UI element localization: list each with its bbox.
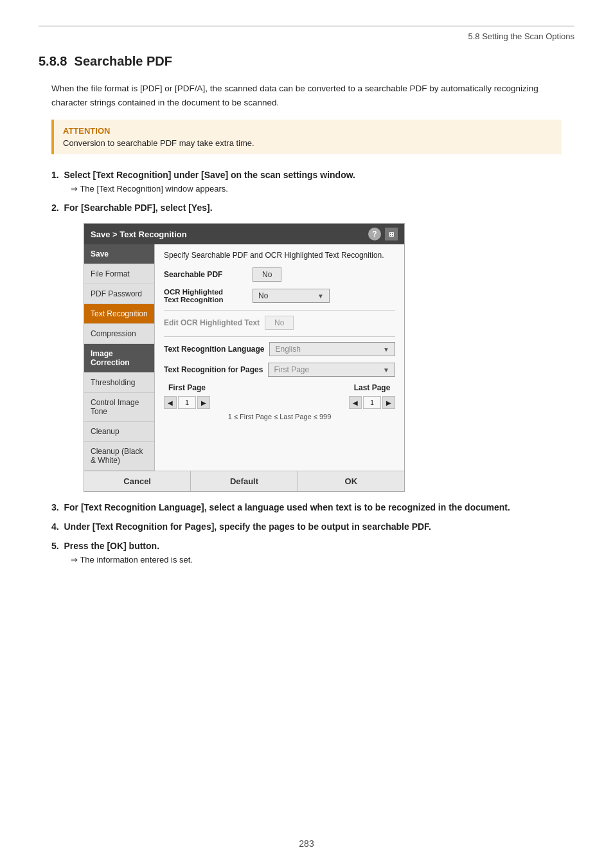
first-page-increment[interactable]: ▶ xyxy=(197,396,210,409)
section-title: 5.8.8 Searchable PDF xyxy=(39,54,574,69)
step-3: 3. For [Text Recognition Language], sele… xyxy=(51,502,574,512)
dialog-titlebar: Save > Text Recognition ? ⊞ xyxy=(84,224,404,244)
language-row: Text Recognition Language English ▼ xyxy=(164,342,395,356)
sidebar-item-thresholding[interactable]: Thresholding xyxy=(84,373,154,393)
step-2: 2. For [Searchable PDF], select [Yes]. S… xyxy=(51,203,574,492)
last-page-stepper: ◀ 1 ▶ xyxy=(349,396,395,409)
pages-label: Text Recognition for Pages xyxy=(164,365,263,374)
last-page-value: 1 xyxy=(363,396,381,409)
ocr-highlighted-row: OCR HighlightedText Recognition No ▼ xyxy=(164,288,395,303)
ok-button[interactable]: OK xyxy=(298,471,404,491)
divider-2 xyxy=(164,336,395,337)
language-select[interactable]: English ▼ xyxy=(269,342,395,356)
pages-row: Text Recognition for Pages First Page ▼ xyxy=(164,363,395,377)
dialog-window: Save > Text Recognition ? ⊞ Save File Fo… xyxy=(84,223,405,492)
first-page-value: 1 xyxy=(178,396,196,409)
page-number: 283 xyxy=(0,838,613,849)
intro-text: When the file format is [PDF] or [PDF/A]… xyxy=(51,82,574,109)
page-range-note: 1 ≤ First Page ≤ Last Page ≤ 999 xyxy=(164,413,395,420)
language-label: Text Recognition Language xyxy=(164,345,264,354)
dialog-footer: Cancel Default OK xyxy=(84,471,404,491)
sidebar-item-cleanup-bw[interactable]: Cleanup (Black & White) xyxy=(84,442,154,471)
sidebar-item-control-image-tone[interactable]: Control Image Tone xyxy=(84,393,154,422)
ocr-highlighted-label: OCR HighlightedText Recognition xyxy=(164,288,247,303)
sidebar-item-save[interactable]: Save xyxy=(84,244,154,264)
step-5: 5. Press the [OK] button. The informatio… xyxy=(51,541,574,565)
step-1-title: 1. Select [Text Recognition] under [Save… xyxy=(51,170,574,180)
step-5-note: The information entered is set. xyxy=(71,555,574,565)
dialog-description: Specify Searchable PDF and OCR Highlight… xyxy=(164,251,395,260)
sidebar-item-pdf-password[interactable]: PDF Password xyxy=(84,284,154,304)
sidebar-item-image-correction[interactable]: Image Correction xyxy=(84,344,154,373)
step-1: 1. Select [Text Recognition] under [Save… xyxy=(51,170,574,194)
dialog-title: Save > Text Recognition xyxy=(91,230,187,239)
steps-list: 1. Select [Text Recognition] under [Save… xyxy=(51,170,574,565)
divider-1 xyxy=(164,310,395,311)
pages-select[interactable]: First Page ▼ xyxy=(268,363,395,377)
searchable-pdf-label: Searchable PDF xyxy=(164,270,247,279)
first-page-col: First Page ◀ 1 ▶ xyxy=(164,383,210,409)
sidebar-item-text-recognition[interactable]: Text Recognition xyxy=(84,304,154,324)
grid-icon[interactable]: ⊞ xyxy=(385,228,398,240)
default-button[interactable]: Default xyxy=(191,471,298,491)
attention-label: ATTENTION xyxy=(63,126,553,136)
first-page-decrement[interactable]: ◀ xyxy=(164,396,177,409)
last-page-label: Last Page xyxy=(354,383,391,392)
dialog-main: Specify Searchable PDF and OCR Highlight… xyxy=(155,244,404,471)
dialog-sidebar: Save File Format PDF Password Text Recog… xyxy=(84,244,155,471)
edit-ocr-toggle: No xyxy=(265,316,294,330)
step-2-title: 2. For [Searchable PDF], select [Yes]. xyxy=(51,203,574,213)
page-range-row: First Page ◀ 1 ▶ Last Page xyxy=(164,383,395,409)
last-page-increment[interactable]: ▶ xyxy=(382,396,395,409)
last-page-col: Last Page ◀ 1 ▶ xyxy=(349,383,395,409)
attention-box: ATTENTION Conversion to searchable PDF m… xyxy=(51,120,562,154)
header-section: 5.8 Setting the Scan Options xyxy=(39,32,574,41)
sidebar-item-file-format[interactable]: File Format xyxy=(84,264,154,284)
edit-ocr-label: Edit OCR Highlighted Text xyxy=(164,318,260,327)
step-4-title: 4. Under [Text Recognition for Pages], s… xyxy=(51,521,574,532)
last-page-decrement[interactable]: ◀ xyxy=(349,396,362,409)
searchable-pdf-row: Searchable PDF No xyxy=(164,267,395,282)
step-1-note: The [Text Recognition] window appears. xyxy=(71,184,574,194)
first-page-label: First Page xyxy=(168,383,206,392)
attention-text: Conversion to searchable PDF may take ex… xyxy=(63,138,553,148)
searchable-pdf-toggle[interactable]: No xyxy=(253,267,281,282)
help-icon[interactable]: ? xyxy=(368,228,381,240)
cancel-button[interactable]: Cancel xyxy=(84,471,191,491)
dialog-body: Save File Format PDF Password Text Recog… xyxy=(84,244,404,471)
sidebar-item-compression[interactable]: Compression xyxy=(84,324,154,344)
dialog-titlebar-icons: ? ⊞ xyxy=(368,228,398,240)
step-3-title: 3. For [Text Recognition Language], sele… xyxy=(51,502,574,512)
ocr-highlighted-select[interactable]: No ▼ xyxy=(253,289,330,303)
step-5-title: 5. Press the [OK] button. xyxy=(51,541,574,551)
first-page-stepper: ◀ 1 ▶ xyxy=(164,396,210,409)
edit-ocr-row: Edit OCR Highlighted Text No xyxy=(164,316,395,330)
step-4: 4. Under [Text Recognition for Pages], s… xyxy=(51,521,574,532)
sidebar-item-cleanup[interactable]: Cleanup xyxy=(84,422,154,442)
